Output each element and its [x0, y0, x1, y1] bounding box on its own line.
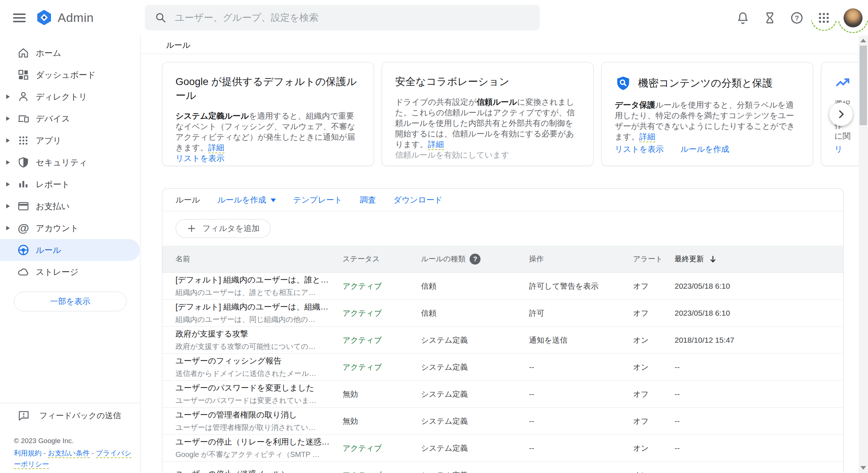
send-feedback-button[interactable]: フィードバックの送信	[18, 409, 121, 422]
apps-grid-button[interactable]	[817, 11, 831, 25]
show-less-button[interactable]: 一部を表示	[14, 292, 127, 311]
view-list-link[interactable]: リ	[834, 144, 843, 155]
sidebar-item-security[interactable]: セキュリティ	[0, 151, 140, 173]
notifications-button[interactable]	[736, 11, 750, 25]
terms-link[interactable]: 利用規約	[14, 449, 42, 457]
chevron-right-icon[interactable]	[6, 204, 10, 208]
table-row[interactable]: ユーザーのパスワードを変更しました ユーザーのパスワードは変更されていま… 無効…	[162, 381, 843, 408]
rule-name: [デフォルト] 組織内のユーザーは、組織…	[175, 301, 343, 312]
vertical-scrollbar[interactable]	[859, 35, 868, 473]
type-cell: システム定義	[421, 443, 529, 453]
sidebar-item-label: お支払い	[36, 201, 70, 212]
card-title-row: 機密コンテンツの分類と保護	[615, 75, 800, 92]
tab-templates[interactable]: テンプレート	[293, 195, 343, 205]
alert-cell: オン	[633, 470, 675, 473]
admin-logo[interactable]: Admin	[36, 9, 94, 26]
search-input[interactable]	[175, 12, 530, 23]
rule-name-cell: ユーザーの停止（迷惑メール）	[175, 469, 343, 473]
status-cell: アクティブ	[343, 470, 421, 473]
chevron-right-icon[interactable]	[6, 182, 10, 186]
type-cell: 信頼	[421, 281, 529, 291]
sidebar-item-dashboard[interactable]: ダッシュボード	[0, 64, 140, 86]
learn-more-link[interactable]: 詳細	[428, 140, 444, 150]
sidebar-item-label: ダッシュボード	[36, 69, 96, 81]
add-filter-chip[interactable]: フィルタを追加	[175, 219, 271, 238]
sidebar-item-label: ディレクトリ	[36, 91, 87, 103]
alert-cell: オフ	[633, 281, 675, 291]
rule-name: [デフォルト] 組織内のユーザーは、誰と…	[175, 274, 343, 285]
sidebar-item-rules[interactable]: ルール	[0, 239, 140, 261]
col-action[interactable]: 操作	[529, 254, 633, 264]
type-cell: システム定義	[421, 389, 529, 399]
add-filter-label: フィルタを追加	[202, 223, 260, 234]
rule-name-cell: [デフォルト] 組織内のユーザーは、誰と… 組織内のユーザーは、誰とでも相互にア…	[175, 274, 343, 297]
table-row[interactable]: ユーザーの停止（リレーを利用した迷惑… Google が不審なアクティビティ（S…	[162, 435, 843, 462]
scrollbar-thumb[interactable]	[860, 46, 867, 125]
promo-cards: Google が提供するデフォルトの保護ルール システム定義ルールを適用すると、…	[162, 62, 868, 166]
col-name[interactable]: 名前	[175, 254, 343, 264]
learn-more-link[interactable]: 詳細	[208, 143, 224, 153]
tab-rules[interactable]: ルール	[175, 195, 200, 205]
tab-create-rule[interactable]: ルールを作成	[217, 195, 276, 205]
action-cell: --	[529, 471, 633, 473]
card-footer: リストを表示 ルールを作成	[615, 144, 800, 155]
scroll-up-arrow-icon[interactable]	[860, 39, 866, 42]
table-row[interactable]: 政府が支援する攻撃 政府が支援する攻撃の可能性についての… アクティブ システム…	[162, 327, 843, 354]
chevron-right-icon[interactable]	[6, 95, 10, 99]
menu-button[interactable]	[13, 11, 26, 24]
plus-icon	[186, 223, 197, 234]
learn-more-link[interactable]: 詳細	[639, 132, 655, 142]
body-bold: 信頼ルール	[477, 97, 517, 107]
col-last-updated[interactable]: 最終更新	[675, 254, 843, 264]
tab-download[interactable]: ダウンロード	[393, 195, 443, 205]
rule-name: ユーザーの停止（リレーを利用した迷惑…	[175, 437, 343, 447]
tasks-button[interactable]	[763, 11, 777, 25]
chevron-right-icon[interactable]	[6, 226, 10, 230]
breadcrumb: ルール	[166, 40, 190, 51]
sidebar-item-devices[interactable]: デバイス	[0, 108, 140, 130]
sidebar-item-directory[interactable]: ディレクトリ	[0, 86, 140, 108]
updated-cell: --	[675, 363, 843, 372]
col-status[interactable]: ステータス	[343, 254, 421, 264]
sidebar-item-account[interactable]: @ アカウント	[0, 217, 140, 239]
table-row[interactable]: [デフォルト] 組織内のユーザーは、誰と… 組織内のユーザーは、誰とでも相互にア…	[162, 273, 843, 300]
table-row[interactable]: ユーザーのフィッシング報告 送信者からドメインに送信されたメール… アクティブ …	[162, 354, 843, 381]
rule-type-help-icon[interactable]: ?	[470, 254, 481, 265]
hourglass-icon	[763, 11, 777, 25]
scroll-down-arrow-icon[interactable]	[860, 466, 866, 470]
updated-cell: --	[675, 471, 843, 473]
sidebar-item-apps[interactable]: アプリ	[0, 130, 140, 151]
dashboard-icon	[17, 68, 30, 81]
sidebar-item-reports[interactable]: レポート	[0, 173, 140, 195]
rule-name: ユーザーのパスワードを変更しました	[175, 382, 343, 393]
table-row[interactable]: ユーザーの停止（迷惑メール） アクティブ システム定義 -- オン --	[162, 462, 843, 473]
help-button[interactable]: ?	[790, 11, 804, 25]
chevron-right-icon[interactable]	[6, 138, 10, 143]
type-cell: システム定義	[421, 470, 529, 473]
col-label: 最終更新	[675, 254, 704, 264]
sort-descending-icon	[708, 254, 718, 264]
create-rule-link[interactable]: ルールを作成	[680, 144, 729, 155]
table-row[interactable]: [デフォルト] 組織内のユーザーは、組織… 組織内のユーザーは、同じ組織内の他の…	[162, 300, 843, 327]
sidebar-item-billing[interactable]: お支払い	[0, 195, 140, 217]
col-alert[interactable]: アラート	[633, 254, 675, 264]
apps-icon	[17, 134, 30, 147]
sidebar-item-home[interactable]: ホーム	[0, 42, 140, 64]
card-footer: リストを表示	[175, 153, 360, 164]
view-list-link[interactable]: リストを表示	[175, 153, 224, 164]
account-avatar[interactable]	[844, 8, 863, 27]
view-list-link[interactable]: リストを表示	[615, 144, 664, 155]
chevron-right-icon[interactable]	[6, 160, 10, 165]
sidebar-item-storage[interactable]: ストレージ	[0, 261, 140, 283]
col-rule-type[interactable]: ルールの種類 ?	[421, 254, 529, 265]
body-bold: システム定義ルール	[175, 111, 249, 120]
chevron-right-icon[interactable]	[6, 116, 10, 121]
tab-investigation[interactable]: 調査	[360, 195, 376, 205]
search-bar[interactable]	[145, 5, 540, 30]
carousel-next-button[interactable]	[829, 103, 853, 126]
table-row[interactable]: ユーザーの管理者権限の取り消し ユーザーは管理者権限が取り消されてい… 無効 シ…	[162, 408, 843, 435]
shield-icon	[17, 156, 30, 169]
billing-terms-link[interactable]: お支払い条件	[48, 449, 90, 458]
type-cell: システム定義	[421, 362, 529, 372]
rule-desc: 組織内のユーザーは、誰とでも相互にア…	[175, 288, 343, 297]
